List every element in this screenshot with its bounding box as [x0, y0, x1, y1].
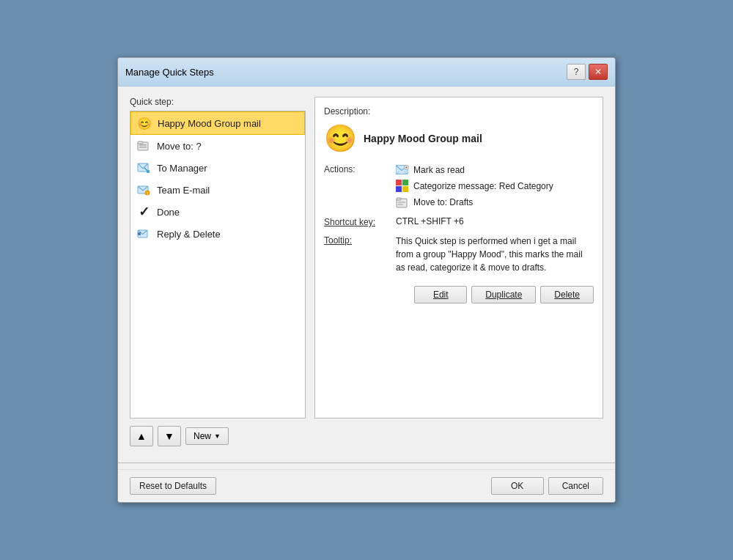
title-bar: Manage Quick Steps ? ✕	[118, 58, 615, 86]
quick-steps-list: 😊 Happy Mood Group mail	[130, 111, 306, 419]
categorize-icon	[396, 180, 409, 193]
action-text: Move to: Drafts	[413, 197, 473, 207]
shortcut-row: Shortcut key: CTRL +SHIFT +6	[324, 216, 594, 227]
left-panel: Quick step: 😊 Happy Mood Group mail	[130, 97, 306, 419]
description-action-buttons: Edit Duplicate Delete	[324, 286, 594, 303]
dialog-footer: Reset to Defaults OK Cancel	[118, 469, 615, 502]
description-label: Description:	[324, 106, 594, 117]
tooltip-label: Tooltip:	[324, 235, 390, 246]
list-item-to-manager[interactable]: To Manager	[130, 157, 305, 179]
svg-rect-19	[396, 186, 402, 192]
move-drafts-icon	[396, 196, 409, 209]
description-header: 😊 Happy Mood Group mail	[324, 122, 594, 155]
svg-rect-2	[139, 144, 147, 146]
down-button[interactable]: ▼	[158, 426, 181, 446]
list-item-happy-mood[interactable]: 😊 Happy Mood Group mail	[130, 111, 305, 135]
shortcut-value: CTRL +SHIFT +6	[396, 216, 464, 226]
actions-row: Actions:	[324, 163, 594, 209]
list-item-move-to[interactable]: Move to: ?	[130, 135, 305, 157]
ok-cancel-group: OK Cancel	[491, 477, 603, 495]
shortcut-label: Shortcut key:	[324, 216, 390, 227]
list-item-label: Reply & Delete	[157, 229, 221, 240]
svg-rect-17	[396, 180, 402, 185]
action-text: Mark as read	[413, 165, 465, 175]
action-mark-read: Mark as read	[396, 163, 553, 177]
description-title: Happy Mood Group mail	[364, 133, 482, 144]
move-icon	[136, 139, 151, 153]
duplicate-button[interactable]: Duplicate	[471, 286, 536, 303]
close-button[interactable]: ✕	[589, 64, 608, 80]
right-panel: Description: 😊 Happy Mood Group mail Act…	[314, 97, 603, 419]
up-button[interactable]: ▲	[130, 426, 153, 446]
action-categorize: Categorize message: Red Category	[396, 180, 553, 193]
nav-row: ▲ ▼ New ▼	[130, 426, 603, 446]
delete-button[interactable]: Delete	[540, 286, 594, 303]
svg-rect-18	[402, 180, 408, 185]
list-item-done[interactable]: ✓ Done	[130, 201, 305, 223]
title-bar-buttons: ? ✕	[567, 64, 608, 80]
list-item-team-email[interactable]: ! Team E-mail	[130, 179, 305, 201]
svg-rect-3	[139, 147, 147, 148]
help-button[interactable]: ?	[567, 64, 586, 80]
team-email-icon: !	[136, 183, 151, 197]
list-item-label: To Manager	[157, 163, 207, 174]
to-manager-icon	[136, 161, 151, 175]
tooltip-value: This Quick step is performed when i get …	[396, 235, 594, 274]
reset-button[interactable]: Reset to Defaults	[130, 477, 216, 495]
dialog-body: Quick step: 😊 Happy Mood Group mail	[118, 86, 615, 457]
cancel-button[interactable]: Cancel	[548, 477, 603, 495]
new-label: New	[194, 431, 211, 441]
done-icon: ✓	[136, 205, 151, 219]
reset-label: Reset to Defaults	[139, 481, 207, 491]
tooltip-row: Tooltip: This Quick step is performed wh…	[324, 235, 594, 274]
reply-delete-icon	[136, 226, 151, 241]
list-item-label: Happy Mood Group mail	[158, 118, 261, 129]
ok-button[interactable]: OK	[491, 477, 544, 495]
list-item-label: Move to: ?	[157, 141, 202, 152]
list-item-reply-delete[interactable]: Reply & Delete	[130, 223, 305, 245]
new-button[interactable]: New ▼	[185, 427, 229, 445]
svg-rect-1	[138, 141, 143, 144]
list-item-label: Team E-mail	[157, 185, 210, 196]
svg-rect-22	[397, 198, 401, 200]
dialog-title: Manage Quick Steps	[125, 67, 214, 78]
actions-list: Mark as read	[396, 163, 553, 209]
quick-step-label: Quick step:	[130, 97, 306, 107]
mark-read-icon	[396, 163, 409, 177]
description-main-icon: 😊	[324, 122, 356, 155]
actions-label: Actions:	[324, 163, 390, 174]
action-text: Categorize message: Red Category	[413, 181, 553, 191]
svg-rect-20	[402, 186, 408, 192]
edit-button[interactable]: Edit	[414, 286, 467, 303]
list-item-label: Done	[157, 207, 180, 218]
action-move-drafts: Move to: Drafts	[396, 196, 553, 209]
smiley-icon: 😊	[137, 116, 152, 130]
dropdown-arrow-icon: ▼	[214, 432, 221, 440]
manage-quick-steps-dialog: Manage Quick Steps ? ✕ Quick step: 😊 Hap…	[117, 57, 616, 503]
footer-separator	[118, 463, 615, 463]
main-content: Quick step: 😊 Happy Mood Group mail	[130, 97, 603, 419]
